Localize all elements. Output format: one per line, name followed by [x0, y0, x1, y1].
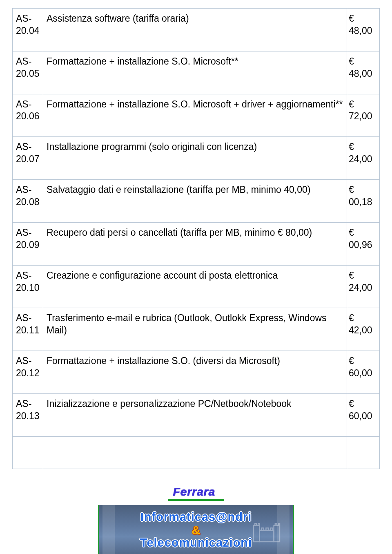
table-row: AS-20.08Salvataggio dati e reinstallazio… [13, 180, 380, 223]
row-price: € 24,00 [347, 137, 380, 180]
row-price: € 24,00 [347, 265, 380, 308]
row-code: AS-20.07 [13, 137, 43, 180]
row-price: € 60,00 [347, 394, 380, 437]
footer-city: Ferrara [168, 485, 224, 501]
table-row: AS-20.05Formattazione + installazione S.… [13, 51, 380, 94]
row-description: Trasferimento e-mail e rubrica (Outlook,… [43, 308, 347, 351]
table-row: AS-20.07Installazione programmi (solo or… [13, 137, 380, 180]
table-row: AS-20.10Creazione e configurazione accou… [13, 265, 380, 308]
row-price: € 00,18 [347, 180, 380, 223]
row-code: AS-20.06 [13, 94, 43, 137]
row-code: AS-20.05 [13, 51, 43, 94]
brand-logo-box: Informaticas@ndri & Telecomunicazioni [98, 505, 294, 554]
row-code: AS-20.04 [13, 9, 43, 51]
table-row: AS-20.12Formattazione + installazione S.… [13, 351, 380, 394]
table-row: AS-20.13Inizializzazione e personalizzaz… [13, 394, 380, 437]
row-description: Creazione e configurazione account di po… [43, 265, 347, 308]
brand-ampersand: & [99, 524, 293, 537]
table-row-empty [13, 436, 380, 469]
row-price: € 48,00 [347, 9, 380, 51]
row-description: Inizializzazione e personalizzazione PC/… [43, 394, 347, 437]
row-price: € 60,00 [347, 351, 380, 394]
footer: Ferrara Informaticas@ndri & Telecomunica… [12, 485, 380, 554]
table-row: AS-20.11Trasferimento e-mail e rubrica (… [13, 308, 380, 351]
row-description: Recupero dati persi o cancellati (tariff… [43, 222, 347, 265]
row-code: AS-20.12 [13, 351, 43, 394]
brand-line-1: Informaticas@ndri [99, 511, 293, 524]
row-code: AS-20.13 [13, 394, 43, 437]
price-table: AS-20.04Assistenza software (tariffa ora… [12, 8, 380, 469]
row-code: AS-20.09 [13, 222, 43, 265]
table-row: AS-20.09Recupero dati persi o cancellati… [13, 222, 380, 265]
table-row: AS-20.04Assistenza software (tariffa ora… [13, 9, 380, 51]
row-description: Installazione programmi (solo originali … [43, 137, 347, 180]
row-price: € 72,00 [347, 94, 380, 137]
row-description: Formattazione + installazione S.O. Micro… [43, 94, 347, 137]
row-description: Formattazione + installazione S.O. Micro… [43, 51, 347, 94]
row-price: € 42,00 [347, 308, 380, 351]
row-description: Assistenza software (tariffa oraria) [43, 9, 347, 51]
row-code: AS-20.10 [13, 265, 43, 308]
row-code: AS-20.08 [13, 180, 43, 223]
table-row: AS-20.06Formattazione + installazione S.… [13, 94, 380, 137]
row-code: AS-20.11 [13, 308, 43, 351]
row-price: € 00,96 [347, 222, 380, 265]
row-description: Salvataggio dati e reinstallazione (tari… [43, 180, 347, 223]
row-description: Formattazione + installazione S.O. (dive… [43, 351, 347, 394]
brand-line-2: Telecomunicazioni [99, 536, 293, 550]
row-price: € 48,00 [347, 51, 380, 94]
